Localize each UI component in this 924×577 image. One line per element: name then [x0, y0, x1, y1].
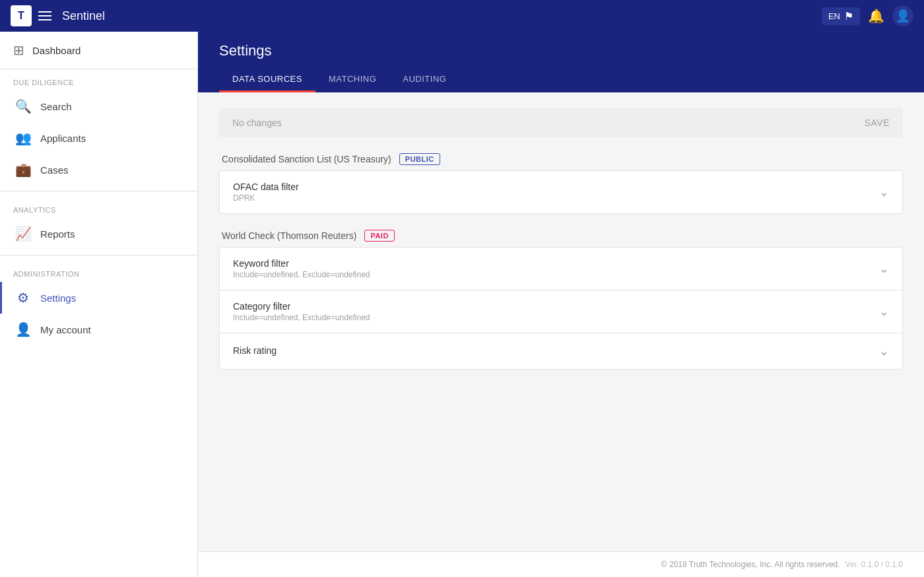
filter-row-ofac-content: OFAC data filter DPRK [233, 182, 879, 203]
notification-button[interactable]: 🔔 [868, 8, 884, 24]
datasource-section-1: World Check (Thomson Reuters) PAID Keywo… [219, 230, 903, 370]
sidebar-item-applicants[interactable]: 👥 Applicants [0, 122, 197, 154]
dashboard-icon: ⊞ [13, 42, 24, 58]
search-icon: 🔍 [15, 98, 31, 114]
sidebar-item-applicants-label: Applicants [40, 133, 86, 144]
divider-2 [0, 255, 197, 255]
translate-icon: ⚑ [844, 10, 853, 22]
datasource-header-0: Consolidated Sanction List (US Treasury)… [219, 153, 903, 165]
filter-row-keyword-title: Keyword filter [233, 258, 879, 269]
datasource-name-1: World Check (Thomson Reuters) [222, 230, 356, 241]
main-layout: ⊞ Dashboard DUE DILIGENCE 🔍 Search 👥 App… [0, 32, 924, 577]
filter-card-1: Keyword filter Include=undefined, Exclud… [219, 247, 903, 370]
datasource-name-0: Consolidated Sanction List (US Treasury) [222, 154, 391, 164]
filter-row-ofac[interactable]: OFAC data filter DPRK ⌄ [220, 171, 902, 213]
sidebar: ⊞ Dashboard DUE DILIGENCE 🔍 Search 👥 App… [0, 32, 198, 577]
sidebar-item-cases-label: Cases [40, 164, 69, 176]
datasource-header-1: World Check (Thomson Reuters) PAID [219, 230, 903, 242]
filter-row-risk[interactable]: Risk rating ⌄ [220, 333, 902, 369]
navbar: T Sentinel EN ⚑ 🔔 👤 [0, 0, 924, 32]
sidebar-item-my-account[interactable]: 👤 My account [0, 314, 197, 345]
save-button[interactable]: SAVE [865, 118, 890, 128]
cases-icon: 💼 [15, 162, 31, 178]
sidebar-item-reports-label: Reports [40, 228, 75, 240]
filter-row-ofac-title: OFAC data filter [233, 182, 879, 192]
tab-data-sources[interactable]: DATA SOURCES [219, 67, 315, 92]
settings-icon: ⚙ [15, 290, 31, 306]
chevron-down-icon-ofac: ⌄ [879, 185, 889, 199]
chevron-down-icon-risk: ⌄ [879, 344, 889, 358]
chevron-down-icon-keyword: ⌄ [879, 261, 889, 276]
section-analytics: ANALYTICS [0, 197, 197, 218]
reports-icon: 📈 [15, 226, 31, 242]
language-label: EN [828, 11, 840, 21]
filter-row-category[interactable]: Category filter Include=undefined, Exclu… [220, 290, 902, 333]
dashboard-label: Dashboard [32, 45, 81, 56]
content-area: Settings DATA SOURCES MATCHING AUDITING … [198, 32, 924, 577]
sidebar-item-search[interactable]: 🔍 Search [0, 90, 197, 122]
navbar-title: Sentinel [62, 9, 822, 23]
menu-icon[interactable] [38, 11, 51, 20]
footer-copyright: © 2018 Truth Technologies, Inc. All righ… [661, 560, 840, 569]
sidebar-item-reports[interactable]: 📈 Reports [0, 218, 197, 250]
filter-row-category-content: Category filter Include=undefined, Exclu… [233, 301, 879, 322]
sidebar-item-settings-label: Settings [40, 292, 76, 304]
filter-card-0: OFAC data filter DPRK ⌄ [219, 170, 903, 214]
settings-title: Settings [219, 42, 903, 59]
tab-auditing[interactable]: AUDITING [389, 67, 459, 92]
datasource-section-0: Consolidated Sanction List (US Treasury)… [219, 153, 903, 214]
filter-row-keyword[interactable]: Keyword filter Include=undefined, Exclud… [220, 248, 902, 290]
sidebar-item-settings[interactable]: ⚙ Settings [0, 282, 197, 314]
filter-row-keyword-sub: Include=undefined, Exclude=undefined [233, 270, 879, 279]
filter-row-risk-title: Risk rating [233, 345, 879, 356]
sidebar-item-search-label: Search [40, 101, 72, 112]
filter-row-category-title: Category filter [233, 301, 879, 312]
filter-row-category-sub: Include=undefined, Exclude=undefined [233, 313, 879, 322]
settings-tabs: DATA SOURCES MATCHING AUDITING [219, 67, 903, 92]
user-avatar-button[interactable]: 👤 [892, 5, 913, 26]
navbar-logo: T [11, 5, 32, 26]
people-icon: 👥 [15, 130, 31, 146]
divider-1 [0, 191, 197, 191]
section-administration: ADMINISTRATION [0, 261, 197, 282]
sidebar-item-my-account-label: My account [40, 324, 91, 335]
filter-row-risk-content: Risk rating [233, 345, 879, 357]
sidebar-item-dashboard[interactable]: ⊞ Dashboard [0, 32, 197, 69]
navbar-right: EN ⚑ 🔔 👤 [822, 5, 913, 26]
settings-body: No changes SAVE Consolidated Sanction Li… [198, 92, 924, 551]
sidebar-item-cases[interactable]: 💼 Cases [0, 154, 197, 186]
save-bar: No changes SAVE [219, 108, 903, 137]
datasource-badge-0: PUBLIC [399, 153, 440, 165]
filter-row-keyword-content: Keyword filter Include=undefined, Exclud… [233, 258, 879, 279]
language-button[interactable]: EN ⚑ [822, 7, 860, 25]
footer: © 2018 Truth Technologies, Inc. All righ… [198, 551, 924, 577]
section-due-diligence: DUE DILIGENCE [0, 69, 197, 90]
save-bar-text: No changes [232, 118, 865, 128]
footer-version: Ver. 0.1.0 / 0.1.0 [845, 560, 903, 569]
settings-header: Settings DATA SOURCES MATCHING AUDITING [198, 32, 924, 92]
chevron-down-icon-category: ⌄ [879, 304, 889, 319]
filter-row-ofac-sub: DPRK [233, 193, 879, 203]
datasource-badge-1: PAID [364, 230, 394, 242]
my-account-icon: 👤 [15, 322, 31, 337]
tab-matching[interactable]: MATCHING [315, 67, 389, 92]
